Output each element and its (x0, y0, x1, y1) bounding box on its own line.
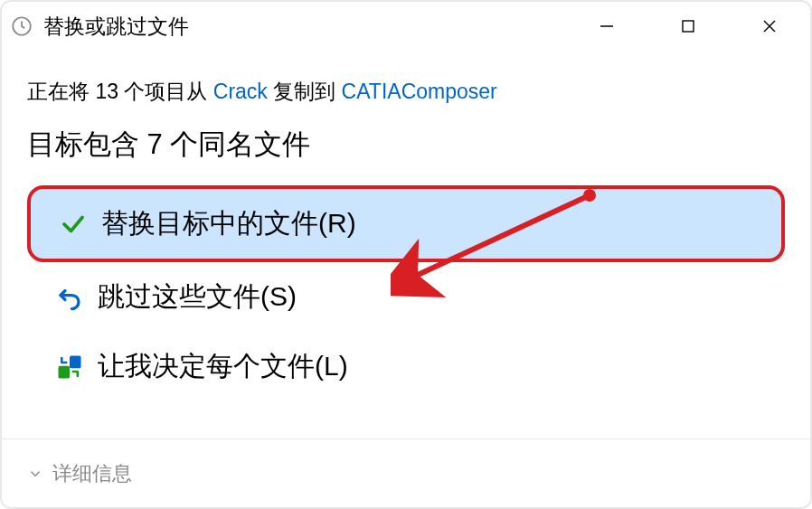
window-title: 替换或跳过文件 (43, 13, 189, 41)
source-link[interactable]: Crack (213, 80, 268, 103)
dialog-body: 正在将 13 个项目从 Crack 复制到 CATIAComposer 目标包含… (2, 51, 810, 438)
details-toggle[interactable]: 详细信息 (27, 460, 132, 487)
dialog-window: 替换或跳过文件 正在将 13 个项目从 Crack 复制到 CATIACompo… (0, 0, 812, 509)
svg-rect-6 (70, 355, 81, 368)
close-button[interactable] (729, 2, 810, 51)
titlebar: 替换或跳过文件 (2, 2, 810, 51)
progress-text: 正在将 13 个项目从 Crack 复制到 CATIAComposer (27, 78, 785, 106)
progress-middle: 复制到 (268, 80, 342, 103)
chevron-down-icon (27, 466, 43, 482)
progress-prefix: 正在将 13 个项目从 (27, 80, 213, 103)
svg-rect-2 (683, 21, 694, 32)
replace-label: 替换目标中的文件(R) (101, 205, 356, 242)
decide-label: 让我决定每个文件(L) (98, 348, 348, 385)
decide-option[interactable]: 让我决定每个文件(L) (27, 332, 785, 401)
options-list: 替换目标中的文件(R) 跳过这些文件(S) 让我决定每个文件(L) (27, 185, 785, 401)
details-label: 详细信息 (52, 460, 132, 487)
window-controls (566, 2, 810, 51)
compare-icon (54, 352, 85, 382)
undo-icon (54, 282, 85, 313)
check-icon (58, 209, 89, 240)
dialog-footer: 详细信息 (2, 438, 810, 507)
maximize-button[interactable] (647, 2, 729, 51)
minimize-button[interactable] (566, 2, 647, 51)
dest-link[interactable]: CATIAComposer (342, 80, 497, 103)
skip-option[interactable]: 跳过这些文件(S) (27, 262, 785, 332)
skip-label: 跳过这些文件(S) (98, 278, 297, 316)
replace-option[interactable]: 替换目标中的文件(R) (27, 185, 785, 262)
clock-icon (9, 14, 34, 39)
svg-rect-5 (59, 365, 71, 378)
conflict-heading: 目标包含 7 个同名文件 (27, 126, 785, 164)
